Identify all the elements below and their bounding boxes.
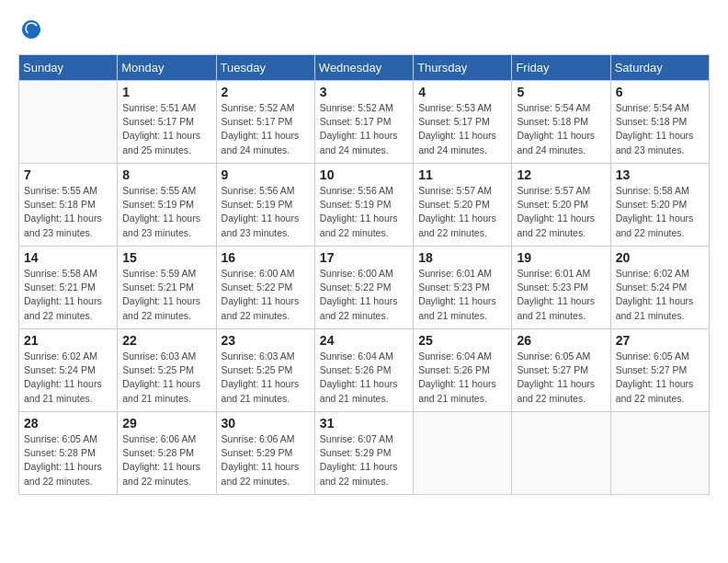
calendar-cell: 12Sunrise: 5:57 AM Sunset: 5:20 PM Dayli…: [512, 164, 610, 247]
calendar-cell: 14Sunrise: 5:58 AM Sunset: 5:21 PM Dayli…: [19, 247, 118, 329]
calendar-cell: 29Sunrise: 6:06 AM Sunset: 5:28 PM Dayli…: [118, 412, 216, 495]
day-number: 20: [616, 250, 704, 265]
day-number: 24: [320, 333, 408, 348]
day-info: Sunrise: 5:54 AM Sunset: 5:18 PM Dayligh…: [616, 101, 704, 157]
day-number: 1: [122, 85, 210, 99]
day-info: Sunrise: 5:51 AM Sunset: 5:17 PM Dayligh…: [122, 101, 210, 157]
calendar-cell: 31Sunrise: 6:07 AM Sunset: 5:29 PM Dayli…: [314, 412, 413, 495]
calendar-cell: 24Sunrise: 6:04 AM Sunset: 5:26 PM Dayli…: [314, 329, 413, 412]
calendar-cell: 26Sunrise: 6:05 AM Sunset: 5:27 PM Dayli…: [512, 329, 610, 412]
calendar-table: SundayMondayTuesdayWednesdayThursdayFrid…: [18, 54, 710, 495]
day-info: Sunrise: 5:58 AM Sunset: 5:20 PM Dayligh…: [616, 184, 704, 240]
day-number: 12: [517, 167, 605, 182]
calendar-week-row: 14Sunrise: 5:58 AM Sunset: 5:21 PM Dayli…: [19, 247, 710, 329]
day-info: Sunrise: 6:03 AM Sunset: 5:25 PM Dayligh…: [222, 350, 310, 406]
day-info: Sunrise: 5:57 AM Sunset: 5:20 PM Dayligh…: [517, 184, 605, 240]
calendar-cell: 10Sunrise: 5:56 AM Sunset: 5:19 PM Dayli…: [314, 164, 413, 247]
day-info: Sunrise: 6:04 AM Sunset: 5:26 PM Dayligh…: [418, 350, 506, 406]
column-header-sunday: Sunday: [19, 55, 118, 81]
day-info: Sunrise: 6:04 AM Sunset: 5:26 PM Dayligh…: [320, 350, 408, 406]
day-number: 2: [222, 85, 310, 99]
day-number: 21: [24, 333, 112, 348]
day-info: Sunrise: 6:06 AM Sunset: 5:28 PM Dayligh…: [122, 432, 210, 488]
day-info: Sunrise: 6:07 AM Sunset: 5:29 PM Dayligh…: [320, 432, 408, 488]
day-number: 18: [418, 250, 506, 265]
day-number: 11: [418, 167, 506, 182]
calendar-week-row: 1Sunrise: 5:51 AM Sunset: 5:17 PM Daylig…: [19, 81, 710, 164]
calendar-cell: [512, 412, 610, 495]
day-number: 25: [418, 333, 506, 348]
day-info: Sunrise: 6:02 AM Sunset: 5:24 PM Dayligh…: [24, 350, 112, 406]
calendar-cell: 25Sunrise: 6:04 AM Sunset: 5:26 PM Dayli…: [414, 329, 512, 412]
day-number: 4: [418, 85, 506, 99]
day-number: 3: [320, 85, 408, 99]
calendar-week-row: 21Sunrise: 6:02 AM Sunset: 5:24 PM Dayli…: [19, 329, 710, 412]
day-info: Sunrise: 6:01 AM Sunset: 5:23 PM Dayligh…: [517, 267, 605, 323]
calendar-cell: [414, 412, 512, 495]
day-number: 13: [616, 167, 704, 182]
day-info: Sunrise: 5:52 AM Sunset: 5:17 PM Dayligh…: [320, 101, 408, 157]
day-info: Sunrise: 6:05 AM Sunset: 5:28 PM Dayligh…: [24, 432, 112, 488]
calendar-cell: 8Sunrise: 5:55 AM Sunset: 5:19 PM Daylig…: [118, 164, 216, 247]
day-number: 29: [122, 416, 210, 431]
calendar-cell: 18Sunrise: 6:01 AM Sunset: 5:23 PM Dayli…: [414, 247, 512, 329]
calendar-cell: 19Sunrise: 6:01 AM Sunset: 5:23 PM Dayli…: [512, 247, 610, 329]
calendar-cell: 27Sunrise: 6:05 AM Sunset: 5:27 PM Dayli…: [610, 329, 709, 412]
day-number: 23: [222, 333, 310, 348]
day-number: 28: [24, 416, 112, 431]
day-number: 27: [616, 333, 704, 348]
calendar-week-row: 28Sunrise: 6:05 AM Sunset: 5:28 PM Dayli…: [19, 412, 710, 495]
day-number: 6: [616, 85, 704, 99]
day-info: Sunrise: 6:00 AM Sunset: 5:22 PM Dayligh…: [320, 267, 408, 323]
day-info: Sunrise: 5:58 AM Sunset: 5:21 PM Dayligh…: [24, 267, 112, 323]
day-number: 5: [517, 85, 605, 99]
day-number: 17: [320, 250, 408, 265]
day-info: Sunrise: 5:56 AM Sunset: 5:19 PM Dayligh…: [222, 184, 310, 240]
day-number: 19: [517, 250, 605, 265]
calendar-cell: 30Sunrise: 6:06 AM Sunset: 5:29 PM Dayli…: [216, 412, 314, 495]
calendar-cell: 11Sunrise: 5:57 AM Sunset: 5:20 PM Dayli…: [414, 164, 512, 247]
day-number: 9: [222, 167, 310, 182]
day-number: 8: [122, 167, 210, 182]
day-number: 31: [320, 416, 408, 431]
day-info: Sunrise: 6:02 AM Sunset: 5:24 PM Dayligh…: [616, 267, 704, 323]
day-number: 26: [517, 333, 605, 348]
day-info: Sunrise: 5:59 AM Sunset: 5:21 PM Dayligh…: [122, 267, 210, 323]
day-info: Sunrise: 5:57 AM Sunset: 5:20 PM Dayligh…: [418, 184, 506, 240]
logo: [18, 18, 42, 45]
calendar-cell: 6Sunrise: 5:54 AM Sunset: 5:18 PM Daylig…: [610, 81, 709, 164]
calendar-cell: [610, 412, 709, 495]
day-info: Sunrise: 6:03 AM Sunset: 5:25 PM Dayligh…: [122, 350, 210, 406]
day-info: Sunrise: 6:01 AM Sunset: 5:23 PM Dayligh…: [418, 267, 506, 323]
calendar-cell: 16Sunrise: 6:00 AM Sunset: 5:22 PM Dayli…: [216, 247, 314, 329]
logo-icon: [20, 18, 42, 40]
column-header-tuesday: Tuesday: [216, 55, 314, 81]
calendar-cell: 5Sunrise: 5:54 AM Sunset: 5:18 PM Daylig…: [512, 81, 610, 164]
calendar-cell: 28Sunrise: 6:05 AM Sunset: 5:28 PM Dayli…: [19, 412, 118, 495]
calendar-header-row: SundayMondayTuesdayWednesdayThursdayFrid…: [19, 55, 710, 81]
day-info: Sunrise: 5:56 AM Sunset: 5:19 PM Dayligh…: [320, 184, 408, 240]
calendar-cell: 20Sunrise: 6:02 AM Sunset: 5:24 PM Dayli…: [610, 247, 709, 329]
column-header-wednesday: Wednesday: [314, 55, 413, 81]
calendar-cell: 22Sunrise: 6:03 AM Sunset: 5:25 PM Dayli…: [118, 329, 216, 412]
page-header: [18, 18, 710, 45]
day-info: Sunrise: 5:55 AM Sunset: 5:18 PM Dayligh…: [24, 184, 112, 240]
calendar-cell: 7Sunrise: 5:55 AM Sunset: 5:18 PM Daylig…: [19, 164, 118, 247]
day-info: Sunrise: 5:55 AM Sunset: 5:19 PM Dayligh…: [122, 184, 210, 240]
calendar-cell: 21Sunrise: 6:02 AM Sunset: 5:24 PM Dayli…: [19, 329, 118, 412]
calendar-cell: 2Sunrise: 5:52 AM Sunset: 5:17 PM Daylig…: [216, 81, 314, 164]
column-header-saturday: Saturday: [610, 55, 709, 81]
day-info: Sunrise: 5:53 AM Sunset: 5:17 PM Dayligh…: [418, 101, 506, 157]
day-number: 10: [320, 167, 408, 182]
calendar-cell: 15Sunrise: 5:59 AM Sunset: 5:21 PM Dayli…: [118, 247, 216, 329]
day-info: Sunrise: 5:54 AM Sunset: 5:18 PM Dayligh…: [517, 101, 605, 157]
column-header-thursday: Thursday: [414, 55, 512, 81]
calendar-cell: 4Sunrise: 5:53 AM Sunset: 5:17 PM Daylig…: [414, 81, 512, 164]
day-info: Sunrise: 6:06 AM Sunset: 5:29 PM Dayligh…: [222, 432, 310, 488]
day-number: 30: [222, 416, 310, 431]
calendar-cell: [19, 81, 118, 164]
column-header-friday: Friday: [512, 55, 610, 81]
day-info: Sunrise: 6:00 AM Sunset: 5:22 PM Dayligh…: [222, 267, 310, 323]
day-info: Sunrise: 6:05 AM Sunset: 5:27 PM Dayligh…: [616, 350, 704, 406]
day-info: Sunrise: 6:05 AM Sunset: 5:27 PM Dayligh…: [517, 350, 605, 406]
